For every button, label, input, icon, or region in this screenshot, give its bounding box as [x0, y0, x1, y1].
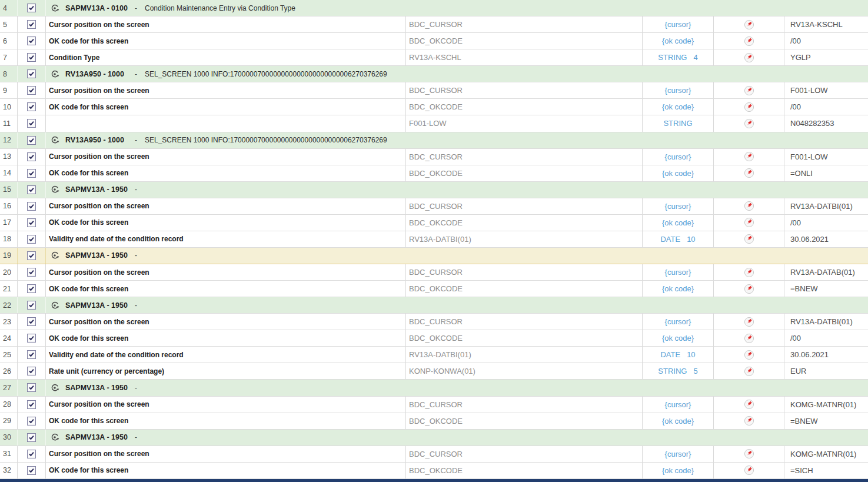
mapping-type[interactable]: {ok code} [662, 169, 694, 178]
mapping-type[interactable]: {ok code} [662, 334, 694, 343]
table-row-field[interactable]: 10 OK code for this screen BDC_OKCODE {o… [0, 99, 868, 115]
mapping-type-cell[interactable]: DATE 10 [643, 231, 714, 247]
table-row-screen-header[interactable]: 19 SAPMV13A - 1950 - [0, 248, 868, 264]
pushpin-icon[interactable] [744, 19, 754, 30]
table-row-screen-header[interactable]: 12 RV13A950 - 1000 - SEL_SCREEN 1000 INF… [0, 132, 868, 149]
mapping-type-cell[interactable]: {cursor} [643, 264, 714, 280]
mapping-type[interactable]: {cursor} [665, 202, 691, 211]
table-row-screen-header[interactable]: 22 SAPMV13A - 1950 - [0, 297, 868, 314]
pushpin-icon[interactable] [744, 36, 754, 46]
row-checkbox[interactable] [27, 136, 36, 145]
row-checkbox[interactable] [27, 185, 36, 194]
pushpin-icon[interactable] [744, 267, 754, 278]
mapping-type-cell[interactable]: {ok code} [643, 165, 714, 181]
mapping-type[interactable]: DATE [660, 235, 680, 244]
table-row-field[interactable]: 17 OK code for this screen BDC_OKCODE {o… [0, 215, 868, 231]
pushpin-icon[interactable] [744, 317, 754, 327]
table-row-field[interactable]: 20 Cursor position on the screen BDC_CUR… [0, 264, 868, 281]
mapped-value-cell[interactable]: RV13A-KSCHL [784, 16, 868, 32]
table-row-field[interactable]: 5 Cursor position on the screen BDC_CURS… [0, 16, 868, 33]
mapped-value-cell[interactable]: KOMG-MATNR(01) [784, 397, 868, 413]
table-row-field[interactable]: 14 OK code for this screen BDC_OKCODE {o… [0, 165, 868, 182]
mapping-type[interactable]: {cursor} [665, 268, 691, 277]
table-row-field[interactable]: 31 Cursor position on the screen BDC_CUR… [0, 446, 868, 463]
table-row-field[interactable]: 6 OK code for this screen BDC_OKCODE {ok… [0, 33, 868, 49]
mapping-type-cell[interactable]: {ok code} [643, 281, 714, 297]
mapped-value-cell[interactable]: /00 [784, 215, 868, 231]
pushpin-icon[interactable] [744, 284, 754, 294]
pushpin-icon[interactable] [744, 168, 754, 178]
mapping-type-cell[interactable]: {ok code} [643, 33, 714, 49]
pushpin-icon[interactable] [744, 52, 754, 63]
mapping-type[interactable]: {cursor} [665, 400, 691, 409]
row-checkbox[interactable] [27, 36, 36, 45]
table-row-field[interactable]: 7 Condition Type RV13A-KSCHL STRING 4 [0, 49, 868, 66]
pushpin-icon[interactable] [744, 102, 754, 112]
table-row-screen-header[interactable]: 15 SAPMV13A - 1950 - [0, 182, 868, 198]
mapped-value-cell[interactable]: RV13A-DATBI(01) [784, 314, 868, 330]
row-checkbox[interactable] [27, 102, 36, 111]
mapped-value-cell[interactable]: =ONLI [784, 165, 868, 181]
table-row-field[interactable]: 29 OK code for this screen BDC_OKCODE {o… [0, 413, 868, 430]
mapping-type[interactable]: STRING [658, 53, 687, 62]
mapped-value-cell[interactable]: =BNEW [784, 281, 868, 297]
pushpin-icon[interactable] [744, 350, 754, 360]
row-checkbox[interactable] [27, 268, 36, 277]
row-checkbox[interactable] [27, 383, 36, 392]
row-checkbox[interactable] [27, 450, 36, 458]
row-checkbox[interactable] [27, 317, 36, 326]
mapping-type[interactable]: {cursor} [665, 20, 691, 29]
table-row-field[interactable]: 18 Validity end date of the condition re… [0, 231, 868, 248]
row-checkbox[interactable] [27, 334, 36, 343]
mapped-value-cell[interactable]: F001-LOW [784, 149, 868, 165]
row-checkbox[interactable] [27, 169, 36, 178]
mapping-type[interactable]: {ok code} [662, 284, 694, 293]
mapping-type[interactable]: {ok code} [662, 36, 694, 45]
mapping-type-cell[interactable]: {cursor} [643, 149, 714, 165]
mapping-type-cell[interactable]: DATE 10 [643, 347, 714, 363]
row-checkbox[interactable] [27, 119, 36, 128]
row-checkbox[interactable] [27, 367, 36, 375]
row-checkbox[interactable] [27, 284, 36, 293]
mapped-value-cell[interactable]: RV13A-DATAB(01) [784, 264, 868, 280]
table-row-field[interactable]: 23 Cursor position on the screen BDC_CUR… [0, 314, 868, 330]
table-row-field[interactable]: 21 OK code for this screen BDC_OKCODE {o… [0, 281, 868, 297]
row-checkbox[interactable] [27, 251, 36, 260]
mapping-type-cell[interactable]: {cursor} [643, 446, 714, 462]
table-row-field[interactable]: 13 Cursor position on the screen BDC_CUR… [0, 149, 868, 165]
pushpin-icon[interactable] [744, 118, 754, 129]
pushpin-icon[interactable] [744, 366, 754, 377]
table-row-field[interactable]: 9 Cursor position on the screen BDC_CURS… [0, 82, 868, 99]
table-row-screen-header[interactable]: 8 RV13A950 - 1000 - SEL_SCREEN 1000 INFO… [0, 66, 868, 82]
mapping-type[interactable]: {ok code} [662, 417, 694, 426]
pushpin-icon[interactable] [744, 201, 754, 211]
row-checkbox[interactable] [27, 400, 36, 409]
row-checkbox[interactable] [27, 433, 36, 442]
pushpin-icon[interactable] [744, 333, 754, 344]
mapping-type[interactable]: {ok code} [662, 102, 694, 111]
row-checkbox[interactable] [27, 53, 36, 62]
row-checkbox[interactable] [27, 235, 36, 244]
pushpin-icon[interactable] [744, 85, 754, 96]
row-checkbox[interactable] [27, 20, 36, 29]
mapping-type-cell[interactable]: {cursor} [643, 82, 714, 98]
row-checkbox[interactable] [27, 466, 36, 475]
mapped-value-cell[interactable]: =SICH [784, 463, 868, 478]
mapped-value-cell[interactable]: EUR [784, 363, 868, 379]
row-checkbox[interactable] [27, 350, 36, 359]
mapping-type[interactable]: STRING [663, 119, 692, 128]
mapping-type-cell[interactable]: {ok code} [643, 215, 714, 231]
mapping-type[interactable]: {ok code} [662, 218, 694, 227]
row-checkbox[interactable] [27, 4, 36, 12]
mapped-value-cell[interactable]: 30.06.2021 [784, 231, 868, 247]
mapped-value-cell[interactable]: F001-LOW [784, 82, 868, 98]
mapping-type[interactable]: {cursor} [665, 152, 691, 161]
pushpin-icon[interactable] [744, 234, 754, 244]
table-row-screen-header[interactable]: 30 SAPMV13A - 1950 - [0, 430, 868, 446]
row-checkbox[interactable] [27, 301, 36, 310]
mapping-type-cell[interactable]: {cursor} [643, 198, 714, 214]
mapped-value-cell[interactable]: /00 [784, 99, 868, 115]
pushpin-icon[interactable] [744, 399, 754, 410]
mapping-type[interactable]: {cursor} [665, 86, 691, 95]
mapping-type[interactable]: {ok code} [662, 466, 694, 475]
